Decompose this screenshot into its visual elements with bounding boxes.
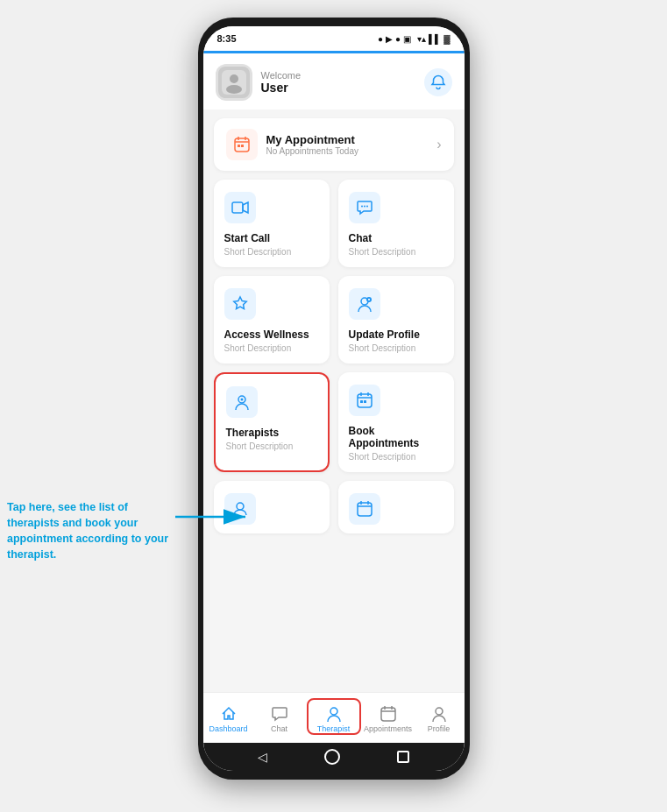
card-chat-icon — [349, 192, 380, 223]
card-therapists[interactable]: Therapists Short Description — [214, 372, 330, 472]
partial-cards-row — [203, 481, 465, 542]
bottom-nav: Dashboard Chat Therapist Appointments Pr… — [203, 692, 465, 743]
recents-button[interactable] — [397, 751, 409, 763]
svg-rect-16 — [364, 400, 366, 403]
svg-point-1 — [230, 74, 238, 83]
screen-content: Welcome User — [203, 53, 465, 692]
nav-item-chat[interactable]: Chat — [254, 700, 305, 733]
app-header: Welcome User — [203, 53, 465, 109]
back-button[interactable]: ◁ — [258, 750, 267, 764]
avatar — [216, 64, 252, 101]
nav-item-therapist[interactable]: Therapist — [307, 698, 361, 735]
card-update-profile-desc: Short Description — [349, 343, 443, 353]
play-icon: ▶ — [386, 34, 393, 44]
card-chat-desc: Short Description — [349, 247, 443, 257]
card-therapists-icon — [226, 386, 258, 418]
card-book-appointments-title: Book Appointments — [349, 425, 443, 449]
nav-item-dashboard[interactable]: Dashboard — [203, 700, 254, 733]
signal-icon: ▌▌ — [429, 34, 441, 44]
partial-card-right[interactable] — [338, 481, 454, 533]
card-chat[interactable]: Chat Short Description — [338, 180, 454, 267]
nav-appointments-icon — [380, 705, 397, 723]
nav-therapist-label: Therapist — [317, 724, 351, 733]
nav-profile-label: Profile — [428, 724, 451, 733]
status-icons: ● ▶ ● ▣ ▾▴ ▌▌ ▓ — [378, 34, 451, 44]
avatar-image — [218, 67, 250, 98]
card-update-profile-icon — [349, 288, 380, 320]
svg-point-21 — [436, 708, 443, 715]
svg-rect-18 — [358, 503, 372, 516]
username-label: User — [261, 81, 302, 95]
phone-screen: 8:35 ● ▶ ● ▣ ▾▴ ▌▌ ▓ — [203, 26, 465, 771]
status-time: 8:35 — [217, 33, 237, 44]
notification-bell-button[interactable] — [424, 68, 452, 96]
nav-dashboard-label: Dashboard — [209, 724, 247, 733]
system-nav: ◁ — [203, 743, 465, 771]
card-access-wellness[interactable]: Access Wellness Short Description — [214, 276, 330, 364]
home-button[interactable] — [324, 749, 340, 765]
svg-point-2 — [226, 85, 242, 94]
lock-icon: ▣ — [403, 34, 411, 44]
card-therapists-desc: Short Description — [226, 441, 317, 451]
svg-rect-5 — [241, 145, 244, 147]
svg-point-7 — [361, 206, 363, 208]
nav-therapist-icon — [325, 705, 343, 723]
nav-chat-label: Chat — [271, 724, 287, 733]
card-therapists-title: Therapists — [226, 427, 317, 439]
card-access-wellness-title: Access Wellness — [224, 328, 319, 341]
svg-rect-20 — [381, 708, 395, 721]
partial-card-right-icon — [349, 493, 380, 525]
svg-rect-6 — [232, 202, 243, 213]
annotation-text: Tap here, see the list of therapists and… — [7, 499, 178, 563]
nav-item-profile[interactable]: Profile — [414, 700, 465, 733]
svg-point-9 — [366, 206, 368, 208]
card-book-appointments[interactable]: Book Appointments Short Description — [338, 372, 454, 472]
nav-chat-icon — [271, 705, 288, 723]
svg-point-17 — [237, 503, 244, 510]
card-chat-title: Chat — [349, 232, 443, 244]
cards-grid: Start Call Short Description Chat Short … — [203, 180, 465, 481]
card-book-appointments-desc: Short Description — [349, 452, 443, 462]
wifi-icon: ▾▴ — [417, 34, 426, 44]
activity-icon: ● — [378, 34, 383, 44]
svg-point-8 — [364, 206, 365, 208]
appointment-icon — [226, 129, 258, 160]
appointment-left: My Appointment No Appointments Today — [226, 129, 358, 160]
nav-dashboard-icon — [220, 705, 238, 723]
phone-shell: 8:35 ● ▶ ● ▣ ▾▴ ▌▌ ▓ — [198, 18, 470, 780]
header-text: Welcome User — [261, 70, 302, 95]
appointment-title: My Appointment — [266, 133, 358, 146]
partial-card-left-icon — [224, 493, 256, 525]
card-update-profile[interactable]: Update Profile Short Description — [338, 276, 454, 364]
record-icon: ● — [395, 34, 401, 44]
card-start-call-title: Start Call — [224, 232, 319, 244]
battery-icon: ▓ — [443, 34, 450, 44]
welcome-label: Welcome — [261, 70, 302, 81]
svg-rect-4 — [238, 145, 240, 147]
nav-item-appointments[interactable]: Appointments — [363, 700, 414, 733]
card-start-call-desc: Short Description — [224, 247, 319, 257]
card-access-wellness-desc: Short Description — [224, 343, 319, 353]
nav-profile-icon — [430, 705, 448, 723]
nav-appointments-label: Appointments — [364, 724, 412, 733]
appointment-info: My Appointment No Appointments Today — [266, 133, 358, 156]
status-bar: 8:35 ● ▶ ● ▣ ▾▴ ▌▌ ▓ — [203, 26, 465, 51]
appointment-subtitle: No Appointments Today — [266, 146, 358, 156]
header-left: Welcome User — [216, 64, 302, 101]
appointment-banner[interactable]: My Appointment No Appointments Today › — [214, 118, 454, 171]
appointment-chevron-icon: › — [436, 137, 441, 152]
card-start-call[interactable]: Start Call Short Description — [214, 180, 330, 267]
card-book-appointments-icon — [349, 385, 380, 416]
card-update-profile-title: Update Profile — [349, 328, 443, 341]
svg-rect-15 — [360, 400, 363, 403]
card-access-wellness-icon — [224, 288, 256, 320]
svg-point-13 — [240, 399, 243, 401]
card-start-call-icon — [224, 192, 256, 223]
partial-card-left[interactable] — [214, 481, 330, 533]
svg-point-19 — [330, 708, 337, 715]
